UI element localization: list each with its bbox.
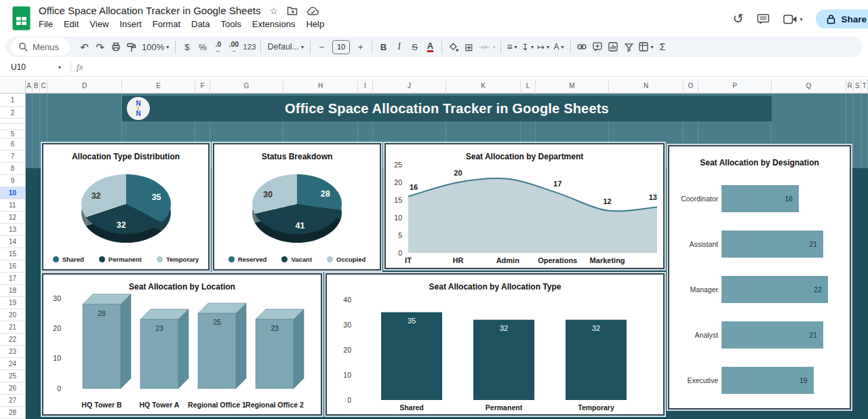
column-header-T[interactable]: T <box>861 79 868 94</box>
row-header-9[interactable]: 9 <box>0 175 25 187</box>
functions-button[interactable]: Σ <box>655 39 671 55</box>
row-header-10[interactable]: 10 <box>0 187 25 199</box>
menu-tools[interactable]: Tools <box>216 18 245 31</box>
column-header-S[interactable]: S <box>854 79 861 94</box>
column-header-I[interactable]: I <box>358 79 373 94</box>
decrease-font-size-button[interactable]: − <box>314 39 330 55</box>
row-header-20[interactable]: 20 <box>0 309 25 321</box>
menu-view[interactable]: View <box>85 18 113 31</box>
google-sheets-logo-icon[interactable] <box>12 6 31 31</box>
increase-decimal-button[interactable]: .00 → <box>226 39 241 55</box>
row-header-12[interactable]: 12 <box>0 212 25 224</box>
insert-comment-button[interactable] <box>590 39 606 55</box>
column-header-F[interactable]: F <box>195 79 210 94</box>
cloud-status-icon[interactable] <box>307 6 319 16</box>
row-header-15[interactable]: 15 <box>0 248 25 260</box>
menu-insert[interactable]: Insert <box>115 18 146 31</box>
row-header-7[interactable]: 7 <box>0 151 25 163</box>
row-header-18[interactable]: 18 <box>0 285 25 297</box>
strikethrough-button[interactable]: S <box>407 39 422 55</box>
menu-data[interactable]: Data <box>186 18 214 31</box>
row-header-27[interactable]: 27 <box>0 395 25 407</box>
video-call-caret-icon[interactable]: ▾ <box>800 16 802 22</box>
font-size-input[interactable]: 10 <box>332 40 350 54</box>
insert-chart-button[interactable] <box>606 39 621 55</box>
column-header-Q[interactable]: Q <box>772 79 846 94</box>
column-header-C[interactable]: C <box>40 79 47 94</box>
menu-help[interactable]: Help <box>301 18 329 31</box>
decrease-decimal-button[interactable]: .0 ← <box>210 39 226 55</box>
chart-seat-allocation-by-department[interactable]: Seat Allocation by Department 2520151050… <box>384 143 665 269</box>
zoom-select[interactable]: 100% ▾ <box>139 39 172 55</box>
text-color-button[interactable]: A <box>422 39 438 55</box>
increase-font-size-button[interactable]: + <box>353 39 368 55</box>
row-header-25[interactable]: 25 <box>0 370 25 382</box>
row-header-22[interactable]: 22 <box>0 334 25 346</box>
create-filter-button[interactable] <box>621 39 637 55</box>
document-title[interactable]: Office Space Allocation Tracker in Googl… <box>39 5 260 16</box>
column-header-A[interactable]: A <box>26 79 33 94</box>
row-header-4[interactable] <box>0 124 25 130</box>
row-header-1[interactable]: 1 <box>0 94 25 107</box>
table-views-button[interactable]: ▾ <box>637 39 655 55</box>
row-header-16[interactable]: 16 <box>0 260 25 273</box>
row-header-11[interactable]: 11 <box>0 199 25 212</box>
undo-button[interactable]: ↶ <box>77 39 92 55</box>
video-call-icon[interactable]: ▾ <box>783 14 802 24</box>
column-header-K[interactable]: K <box>446 79 521 94</box>
italic-button[interactable]: I <box>391 39 407 55</box>
chart-seat-allocation-by-designation[interactable]: Seat Allocation by Designation Coordinat… <box>668 145 851 410</box>
horizontal-align-button[interactable]: ≡ ▾ <box>505 39 520 55</box>
print-button[interactable] <box>108 39 123 55</box>
chart-seat-allocation-by-allocation-type[interactable]: Seat Allocation by Allocation Type 40302… <box>326 273 665 416</box>
chart-status-breakdown[interactable]: Status Breakdown 284130ReservedVacantOcc… <box>213 143 381 271</box>
row-header-2[interactable]: 2 <box>0 107 25 119</box>
merge-cells-button[interactable]: ⇥⇤ ▾ <box>477 39 496 55</box>
column-header-G[interactable]: G <box>210 79 283 94</box>
borders-button[interactable]: ⊞ <box>461 39 477 55</box>
column-header-N[interactable]: N <box>609 79 684 94</box>
row-header-6[interactable]: 6 <box>0 138 25 151</box>
row-header-28[interactable]: 28 <box>0 407 25 419</box>
chart-allocation-type-distribution[interactable]: Allocation Type Distribution 353232Share… <box>42 143 210 271</box>
text-wrap-button[interactable]: ↦ ▾ <box>536 39 551 55</box>
star-icon[interactable]: ☆ <box>269 5 278 16</box>
column-header-O[interactable]: O <box>684 79 698 94</box>
column-header-P[interactable]: P <box>698 79 772 94</box>
comments-icon[interactable] <box>757 14 770 25</box>
column-header-E[interactable]: E <box>122 79 195 94</box>
row-header-8[interactable]: 8 <box>0 163 25 175</box>
text-rotation-button[interactable]: A ▾ <box>551 39 567 55</box>
select-all-corner[interactable] <box>0 79 26 94</box>
row-header-3[interactable] <box>0 119 25 124</box>
menu-file[interactable]: File <box>34 18 58 31</box>
column-header-J[interactable]: J <box>373 79 446 94</box>
insert-link-button[interactable] <box>574 39 590 55</box>
move-folder-icon[interactable] <box>287 6 298 16</box>
column-header-M[interactable]: M <box>536 79 609 94</box>
format-currency-button[interactable]: $ <box>179 39 195 55</box>
column-header-B[interactable]: B <box>33 79 40 94</box>
spreadsheet-grid[interactable]: 1256789101112131415161718192021222324252… <box>0 94 868 419</box>
row-header-24[interactable]: 24 <box>0 358 25 370</box>
bold-button[interactable]: B <box>376 39 391 55</box>
name-box[interactable]: U10 ▾ <box>8 62 65 72</box>
version-history-icon[interactable]: ↺ <box>733 14 744 24</box>
vertical-align-button[interactable]: ↧ ▾ <box>520 39 536 55</box>
row-header-14[interactable]: 14 <box>0 236 25 248</box>
row-header-19[interactable]: 19 <box>0 297 25 309</box>
row-header-13[interactable]: 13 <box>0 224 25 236</box>
share-button[interactable]: Share <box>816 9 868 28</box>
paint-format-button[interactable] <box>123 39 139 55</box>
column-header-R[interactable]: R <box>846 79 854 94</box>
format-percent-button[interactable]: % <box>195 39 210 55</box>
row-header-26[interactable]: 26 <box>0 382 25 395</box>
row-header-5[interactable]: 5 <box>0 130 25 138</box>
column-header-L[interactable]: L <box>521 79 536 94</box>
redo-button[interactable]: ↷ <box>92 39 108 55</box>
font-select[interactable]: Defaul... ▾ <box>264 39 307 55</box>
menus-search-button[interactable]: Menus <box>11 38 70 56</box>
menu-edit[interactable]: Edit <box>59 18 83 31</box>
row-header-23[interactable]: 23 <box>0 346 25 358</box>
menu-extensions[interactable]: Extensions <box>248 18 300 31</box>
